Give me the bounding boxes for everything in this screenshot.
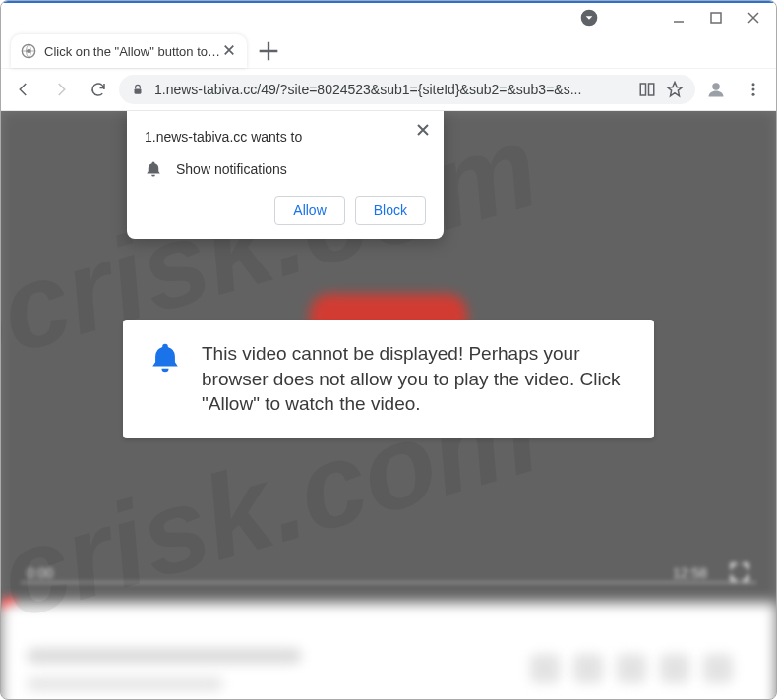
profile-avatar-icon[interactable] (699, 73, 733, 106)
reload-button[interactable] (82, 73, 115, 106)
close-window-button[interactable] (735, 4, 772, 31)
tab-active[interactable]: Click on the "Allow" button to pl… (11, 34, 247, 68)
svg-rect-4 (135, 88, 142, 93)
notification-permission-prompt: 1.news-tabiva.cc wants to Show notificat… (127, 111, 444, 239)
bookmark-star-icon[interactable] (666, 81, 684, 98)
tab-strip: Click on the "Allow" button to pl… (1, 32, 776, 68)
maximize-button[interactable] (697, 4, 735, 31)
blur-placeholder (27, 677, 223, 691)
allow-button[interactable]: Allow (274, 196, 344, 225)
svg-rect-6 (649, 84, 654, 95)
svg-rect-1 (711, 13, 721, 23)
reader-mode-icon[interactable] (638, 81, 656, 98)
tab-title: Click on the "Allow" button to pl… (44, 44, 221, 59)
menu-kebab-icon[interactable] (737, 73, 770, 106)
svg-point-10 (752, 93, 755, 96)
permission-origin: 1.news-tabiva.cc wants to (145, 129, 426, 145)
toolbar: 1.news-tabiva.cc/49/?site=8024523&sub1={… (1, 68, 776, 111)
minimize-button[interactable] (660, 4, 697, 31)
message-card: This video cannot be displayed! Perhaps … (123, 320, 654, 438)
blur-placeholder (703, 654, 733, 683)
permission-item: Show notifications (176, 161, 287, 177)
browser-window: Click on the "Allow" button to pl… 1.new… (0, 0, 777, 700)
svg-point-8 (752, 83, 755, 86)
back-button[interactable] (7, 73, 40, 106)
svg-point-9 (752, 88, 755, 91)
video-time-total: 12:58 (673, 565, 707, 581)
svg-rect-5 (640, 84, 645, 95)
blur-placeholder (660, 654, 689, 683)
page-viewport: 0:00 12:58 pcrisk.com pcrisk.com This vi… (1, 111, 776, 699)
bell-icon (149, 341, 182, 375)
blur-placeholder (617, 654, 646, 683)
video-progress-bar (21, 581, 756, 584)
tab-dropdown-icon[interactable] (579, 8, 599, 28)
blur-placeholder (530, 654, 560, 683)
block-button[interactable]: Block (355, 196, 426, 225)
forward-button[interactable] (44, 73, 78, 106)
lock-icon (131, 83, 145, 96)
blur-placeholder (573, 654, 603, 683)
new-tab-button[interactable] (255, 37, 282, 65)
notification-bell-icon (145, 160, 162, 178)
title-bar (1, 1, 776, 32)
message-text: This video cannot be displayed! Perhaps … (202, 341, 628, 417)
close-icon[interactable] (412, 119, 434, 141)
fullscreen-icon (729, 561, 750, 587)
svg-point-7 (712, 83, 720, 90)
favicon-icon (21, 43, 36, 59)
blur-placeholder (27, 648, 302, 664)
tab-close-icon[interactable] (221, 42, 237, 61)
video-time-current: 0:00 (27, 565, 53, 581)
url-text: 1.news-tabiva.cc/49/?site=8024523&sub1={… (154, 82, 628, 97)
address-bar[interactable]: 1.news-tabiva.cc/49/?site=8024523&sub1={… (119, 75, 695, 104)
